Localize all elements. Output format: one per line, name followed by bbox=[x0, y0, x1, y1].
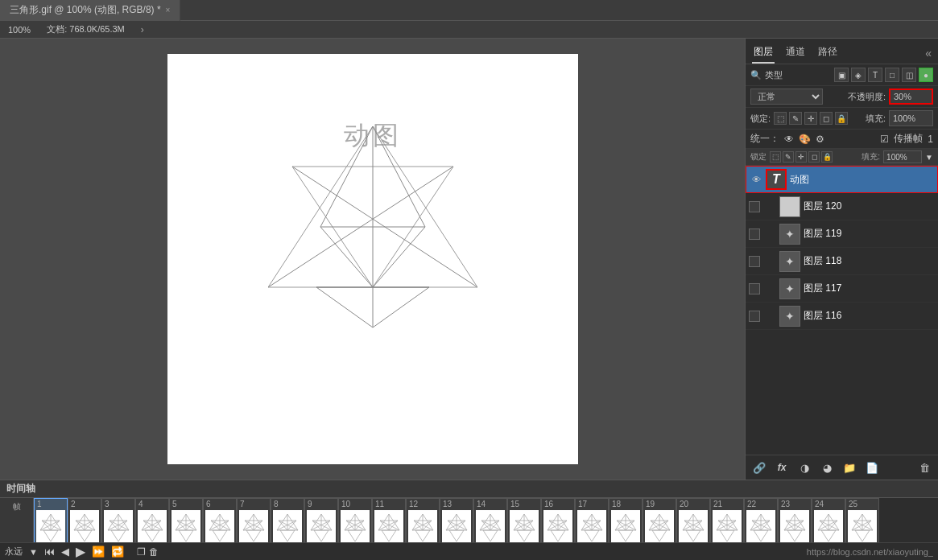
filter-text-icon[interactable]: T bbox=[868, 68, 882, 82]
timeline-frame-8[interactable]: 8 ... bbox=[271, 498, 304, 542]
layer-checkbox[interactable] bbox=[749, 283, 760, 294]
timeline-frame-16[interactable]: 16 ... bbox=[541, 498, 575, 542]
ctrl-icon-4[interactable]: ◻ bbox=[808, 151, 820, 163]
filter-toggle[interactable]: ● bbox=[919, 68, 933, 82]
ctrl-icon-5[interactable]: 🔒 bbox=[821, 151, 833, 163]
timeline-frame-21[interactable]: 21 ... bbox=[710, 498, 744, 542]
next-frame-button[interactable]: ⏩ bbox=[92, 546, 105, 558]
layer-checkbox[interactable] bbox=[749, 311, 760, 322]
add-mask-icon[interactable]: ◑ bbox=[795, 459, 813, 476]
layer-checkbox[interactable] bbox=[749, 201, 760, 212]
timeline-frame-2[interactable]: 2 ... bbox=[68, 498, 101, 542]
timeline-label: 时间轴 bbox=[6, 482, 35, 496]
blend-mode-select[interactable]: 正常 bbox=[750, 89, 823, 105]
tab-paths[interactable]: 路径 bbox=[816, 42, 839, 64]
filter-icons: ▣ ◈ T □ ◫ ● bbox=[834, 68, 933, 82]
timeline-frame-6[interactable]: 6 ... bbox=[203, 498, 237, 542]
layer-visibility-toggle[interactable]: 👁 bbox=[763, 282, 776, 295]
timeline-frame-3[interactable]: 3 ... bbox=[101, 498, 135, 542]
delete-layer-icon[interactable]: 🗑 bbox=[915, 459, 933, 476]
ctrl-icon-2[interactable]: ✎ bbox=[783, 151, 794, 163]
loop-toggle-button[interactable]: 🔁 bbox=[111, 546, 124, 558]
fill-value[interactable]: 100% bbox=[889, 110, 933, 126]
timeline-frame-9[interactable]: 9 ... bbox=[304, 498, 338, 542]
ctrl-icon-1[interactable]: ⬚ bbox=[770, 151, 781, 163]
layer-visibility-toggle[interactable]: 👁 bbox=[763, 200, 776, 213]
ctrl-icon-3[interactable]: ✛ bbox=[795, 151, 807, 163]
layer-name: 图层 119 bbox=[804, 227, 935, 241]
loop-dropdown-icon[interactable]: ▼ bbox=[29, 547, 38, 557]
propagate-check[interactable]: ☑ bbox=[880, 134, 889, 145]
layer-thumbnail: ✦ bbox=[779, 306, 800, 327]
timeline-frames-strip[interactable]: 1 ... 2 bbox=[34, 498, 938, 542]
svg-marker-84 bbox=[415, 530, 430, 541]
canvas-surface: 动图 bbox=[167, 54, 578, 464]
layer-row-dongtou[interactable]: 👁 T 动图 bbox=[746, 166, 938, 193]
tab-channels[interactable]: 通道 bbox=[784, 42, 807, 64]
timeline-frame-22[interactable]: 22 ... bbox=[744, 498, 778, 542]
play-button[interactable]: ▶ bbox=[76, 544, 85, 559]
timeline-frame-25[interactable]: 25 ... bbox=[845, 498, 879, 542]
lock-artboard-icon[interactable]: ◻ bbox=[820, 112, 833, 125]
lock-all-icon[interactable]: 🔒 bbox=[835, 112, 848, 125]
timeline-frame-10[interactable]: 10 ... bbox=[338, 498, 372, 542]
timeline-frame-24[interactable]: 24 ... bbox=[812, 498, 845, 542]
layer-row-117[interactable]: 👁 ✦ 图层 117 bbox=[746, 275, 938, 303]
adjustment-icon[interactable]: ◕ bbox=[818, 459, 836, 476]
timeline-frame-18[interactable]: 18 ... bbox=[609, 498, 643, 542]
svg-marker-30 bbox=[111, 530, 126, 541]
panel-collapse-button[interactable]: « bbox=[925, 47, 932, 60]
filter-pixel-icon[interactable]: ▣ bbox=[834, 68, 849, 82]
filter-shape-icon[interactable]: □ bbox=[885, 68, 899, 82]
layer-visibility-toggle[interactable]: 👁 bbox=[763, 255, 776, 268]
svg-marker-114 bbox=[585, 530, 599, 541]
layer-row-116[interactable]: 👁 ✦ 图层 116 bbox=[746, 303, 938, 330]
copy-frame-icon[interactable]: ❐ bbox=[137, 546, 146, 558]
timeline-frame-23[interactable]: 23 ... bbox=[778, 498, 812, 542]
layer-fx-icon[interactable]: fx bbox=[773, 459, 791, 476]
timeline-frame-15[interactable]: 15 ... bbox=[507, 498, 541, 542]
timeline-frame-17[interactable]: 17 ... bbox=[575, 498, 609, 542]
filter-smart-icon[interactable]: ◫ bbox=[902, 68, 916, 82]
timeline-frame-5[interactable]: 5 ... bbox=[169, 498, 203, 542]
blend-opacity-row: 正常 不透明度: 30% bbox=[746, 86, 938, 108]
layer-visibility-toggle[interactable]: 👁 bbox=[763, 228, 776, 241]
layer-checkbox[interactable] bbox=[749, 229, 760, 240]
timeline-frame-19[interactable]: 19 ... bbox=[643, 498, 676, 542]
layer-checkbox[interactable] bbox=[749, 256, 760, 267]
timeline-frame-20[interactable]: 20 ... bbox=[676, 498, 710, 542]
frame-number: 20 bbox=[680, 500, 688, 509]
tab-title: 三角形.gif @ 100% (动图, RGB/8) * bbox=[10, 3, 161, 17]
prev-frame-button[interactable]: ◀ bbox=[61, 546, 69, 558]
layer-row-120[interactable]: 👁 图层 120 bbox=[746, 193, 938, 220]
timeline-frame-14[interactable]: 14 ... bbox=[473, 498, 507, 542]
frame-thumbnail bbox=[780, 510, 809, 542]
fill-dropdown-icon[interactable]: ▼ bbox=[925, 153, 933, 162]
timeline-frame-7[interactable]: 7 ... bbox=[237, 498, 271, 542]
layer-row-119[interactable]: 👁 ✦ 图层 119 bbox=[746, 220, 938, 248]
layer-visibility-toggle[interactable]: 👁 bbox=[750, 173, 762, 186]
tab-layers[interactable]: 图层 bbox=[752, 42, 775, 64]
timeline-frame-4[interactable]: 4 ... bbox=[135, 498, 169, 542]
timeline-frame-11[interactable]: 11 ... bbox=[372, 498, 406, 542]
lock-move-icon[interactable]: ✛ bbox=[804, 112, 817, 125]
timeline-frame-12[interactable]: 12 ... bbox=[406, 498, 440, 542]
timeline-frame-1[interactable]: 1 ... bbox=[34, 498, 68, 542]
timeline-frame-13[interactable]: 13 ... bbox=[440, 498, 473, 542]
opacity-value[interactable]: 30% bbox=[889, 89, 933, 105]
new-group-icon[interactable]: 📁 bbox=[841, 459, 858, 476]
lock-transparent-icon[interactable]: ⬚ bbox=[774, 112, 787, 125]
layer-visibility-toggle[interactable]: 👁 bbox=[763, 310, 776, 323]
lock-paint-icon[interactable]: ✎ bbox=[789, 112, 802, 125]
frame-number: 7 bbox=[240, 500, 245, 509]
filter-adjust-icon[interactable]: ◈ bbox=[851, 68, 866, 82]
delete-frame-icon[interactable]: 🗑 bbox=[149, 546, 159, 558]
fill-ctrl-label: 填充: bbox=[862, 151, 880, 163]
fill-ctrl-value[interactable]: 100% bbox=[883, 150, 922, 163]
active-tab[interactable]: 三角形.gif @ 100% (动图, RGB/8) * × bbox=[0, 0, 180, 21]
go-first-button[interactable]: ⏮ bbox=[44, 546, 55, 558]
new-layer-icon[interactable]: 📄 bbox=[863, 459, 881, 476]
layer-row-118[interactable]: 👁 ✦ 图层 118 bbox=[746, 248, 938, 275]
link-layers-icon[interactable]: 🔗 bbox=[750, 459, 768, 476]
tab-close-button[interactable]: × bbox=[166, 6, 171, 14]
